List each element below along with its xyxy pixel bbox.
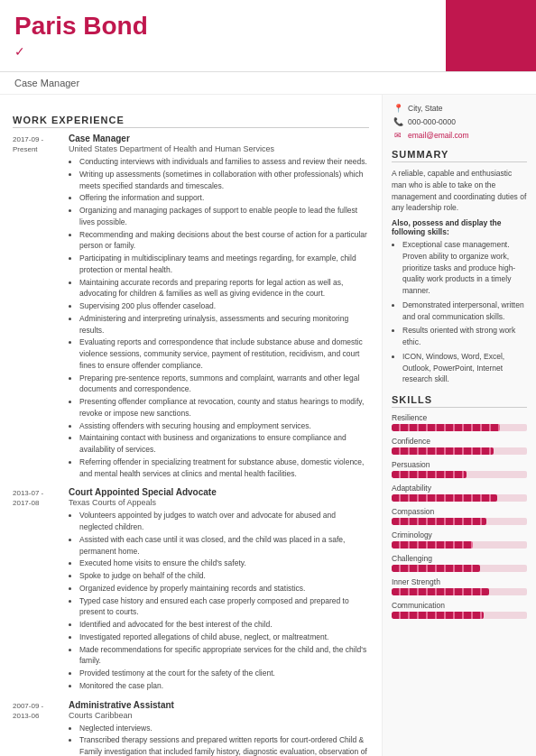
skill-item: Adaptability [392, 484, 527, 502]
list-item: Assisting offenders with securing housin… [79, 420, 369, 432]
exp-company: Courts Caribbean [69, 711, 369, 720]
skill-bar-fill [392, 471, 467, 478]
exp-dates: 2007-09 - 2013-06 [13, 700, 69, 757]
experience-item: 2007-09 - 2013-06Administrative Assistan… [13, 700, 369, 757]
list-item: Recommending and making decisions about … [79, 229, 369, 253]
list-item: Organizing and managing packages of supp… [79, 205, 369, 228]
list-item: Maintaining accurate records and prepari… [79, 277, 369, 300]
skill-bar-bg [392, 565, 527, 572]
skill-bar-bg [392, 588, 527, 595]
list-item: Investigated reported allegations of chi… [79, 632, 369, 643]
exp-content: Administrative AssistantCourts Caribbean… [69, 700, 369, 757]
skill-bar-bg [392, 424, 527, 431]
list-item: Assisted with each case until it was clo… [79, 534, 369, 558]
email-icon: ✉ [392, 131, 404, 140]
skill-item: Compassion [392, 507, 527, 525]
work-experience-title: WORK EXPERIENCE [13, 115, 369, 128]
exp-bullets: Conducting interviews with individuals a… [69, 156, 369, 479]
list-item: Made recommendations for specific approp… [79, 644, 369, 668]
experience-item: 2013-07 - 2017-08Court Appointed Special… [13, 487, 369, 692]
skills-title: SKILLS [392, 394, 527, 408]
skill-bar-bg [392, 447, 527, 455]
list-item: Organized evidence by properly maintaini… [79, 583, 369, 595]
exp-content: Case ManagerUnited States Department of … [69, 134, 369, 480]
skill-item: Persuasion [392, 460, 527, 478]
phone-icon: 📞 [392, 117, 404, 126]
contact-phone: 📞 000-000-0000 [392, 117, 527, 126]
list-item: Presenting offender compliance at revoca… [79, 396, 369, 419]
skill-name: Resilience [392, 413, 527, 422]
skill-item: Challenging [392, 554, 527, 572]
skill-bar-bg [392, 541, 527, 549]
exp-title: Administrative Assistant [69, 700, 369, 710]
skill-bar-fill [392, 424, 500, 431]
list-item: Transcribed therapy sessions and prepare… [79, 734, 369, 756]
skill-bar-bg [392, 494, 527, 502]
skill-bar-bg [392, 612, 527, 619]
skill-bar-fill [392, 565, 480, 572]
skill-name: Inner Strength [392, 577, 527, 586]
list-item: Writing up assessments (sometimes in col… [79, 169, 369, 192]
list-item: Participating in multidisciplinary teams… [79, 253, 369, 276]
skill-name: Compassion [392, 507, 527, 516]
exp-title: Court Appointed Special Advocate [69, 487, 369, 497]
list-item: Preparing pre-sentence reports, summons … [79, 373, 369, 396]
list-item: Maintaining contact with business and or… [79, 432, 369, 456]
skill-bar-bg [392, 518, 527, 525]
email-text[interactable]: email@email.com [408, 131, 469, 140]
skill-bar-fill [392, 447, 494, 455]
also-label: Also, possess and display the following … [392, 218, 527, 236]
skill-item: Resilience [392, 413, 527, 431]
list-item: Demonstrated interpersonal, written and … [402, 300, 527, 323]
skill-bar-fill [392, 541, 473, 549]
skill-name: Challenging [392, 554, 527, 563]
summary-text: A reliable, capable and enthusiastic man… [392, 168, 527, 214]
skill-name: Persuasion [392, 460, 527, 469]
list-item: Monitored the case plan. [79, 680, 369, 692]
list-item: Results oriented with strong work ethic. [402, 325, 527, 348]
list-item: Supervising 200 plus offender caseload. [79, 300, 369, 312]
exp-company: United States Department of Health and H… [69, 144, 369, 153]
location-icon: 📍 [392, 104, 404, 113]
skill-name: Criminology [392, 530, 527, 539]
list-item: Neglected interviews. [79, 723, 369, 734]
skill-item: Inner Strength [392, 577, 527, 595]
skill-name: Adaptability [392, 484, 527, 493]
list-item: Typed case history and ensured each case… [79, 595, 369, 619]
phone-text: 000-000-0000 [408, 117, 456, 126]
body-layout: WORK EXPERIENCE 2017-09 - PresentCase Ma… [0, 95, 536, 756]
list-item: Spoke to judge on behalf of the child. [79, 570, 369, 582]
list-item: Volunteers appointed by judges to watch … [79, 510, 369, 533]
summary-title: SUMMARY [392, 149, 527, 162]
header-accent-box [446, 0, 536, 71]
exp-company: Texas Courts of Appeals [69, 498, 369, 507]
skill-bar-fill [392, 494, 497, 502]
header: Paris Bond ✓ [0, 0, 536, 72]
skill-item: Confidence [392, 437, 527, 455]
skill-bar-fill [392, 588, 489, 595]
skill-name: Confidence [392, 437, 527, 446]
skill-bar-fill [392, 518, 486, 525]
skill-bar-bg [392, 471, 527, 478]
experience-item: 2017-09 - PresentCase ManagerUnited Stat… [13, 134, 369, 480]
jobs-container: 2017-09 - PresentCase ManagerUnited Stat… [13, 134, 369, 756]
header-left: Paris Bond ✓ [0, 0, 446, 71]
contact-location: 📍 City, State [392, 104, 527, 113]
skills-container: ResilienceConfidencePersuasionAdaptabili… [392, 413, 527, 619]
location-text: City, State [408, 104, 443, 113]
list-item: Exceptional case management. Proven abil… [402, 239, 527, 297]
list-item: Provided testimony at the court for the … [79, 668, 369, 679]
skill-bar-fill [392, 612, 484, 619]
list-item: Referring offender in specializing treat… [79, 456, 369, 480]
list-item: Evaluating reports and correspondence th… [79, 337, 369, 371]
skill-item: Communication [392, 601, 527, 619]
contact-email: ✉ email@email.com [392, 131, 527, 140]
candidate-name: Paris Bond [14, 13, 431, 41]
list-item: ICON, Windows, Word, Excel, Outlook, Pow… [402, 351, 527, 385]
list-item: Executed home visits to ensure the child… [79, 558, 369, 569]
skill-item: Criminology [392, 530, 527, 549]
exp-bullets: Volunteers appointed by judges to watch … [69, 510, 369, 691]
list-item: Identified and advocated for the best in… [79, 619, 369, 631]
right-column: 📍 City, State 📞 000-000-0000 ✉ email@ema… [383, 95, 536, 756]
exp-dates: 2017-09 - Present [13, 134, 69, 480]
